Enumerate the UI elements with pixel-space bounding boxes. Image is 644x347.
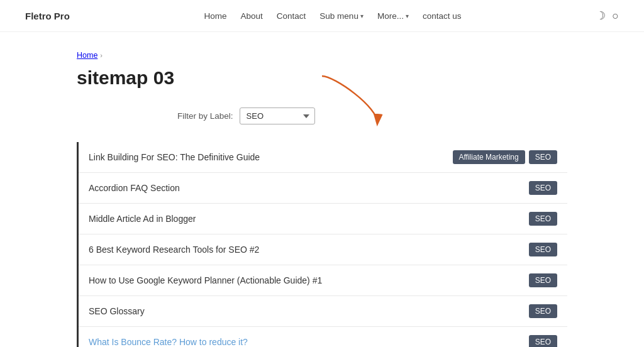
item-tags: SEO — [529, 335, 557, 347]
more-chevron-icon: ▾ — [406, 13, 409, 19]
tag-seo[interactable]: SEO — [529, 335, 557, 347]
main-content: Home › sitemap 03 Filter by Label: SEO A… — [52, 32, 592, 347]
nav-more[interactable]: More... ▾ — [377, 11, 409, 21]
tag-seo[interactable]: SEO — [529, 212, 557, 226]
header: Fletro Pro Home About Contact Sub menu ▾… — [0, 0, 644, 32]
tag-seo[interactable]: SEO — [529, 243, 557, 256]
item-title: How to Use Google Keyword Planner (Actio… — [89, 275, 322, 285]
sitemap-item: Accordion FAQ Section SEO — [79, 173, 567, 204]
nav-about[interactable]: About — [241, 11, 263, 21]
sitemap-item: What Is Bounce Rate? How to reduce it? S… — [79, 327, 567, 347]
breadcrumb-home[interactable]: Home — [77, 51, 97, 60]
item-title: Middle Article Ad in Blogger — [89, 214, 196, 224]
sitemap-item: How to Use Google Keyword Planner (Actio… — [79, 265, 567, 296]
sitemap-item: Middle Article Ad in Blogger SEO — [79, 204, 567, 234]
item-tags: SEO — [529, 304, 557, 318]
tag-seo[interactable]: SEO — [529, 150, 557, 164]
main-nav: Home About Contact Sub menu ▾ More... ▾ … — [204, 11, 462, 21]
nav-submenu[interactable]: Sub menu ▾ — [319, 11, 364, 21]
tag-affiliate-marketing[interactable]: Affiliate Marketing — [453, 150, 525, 164]
sitemap-item: 6 Best Keyword Research Tools for SEO #2… — [79, 234, 567, 265]
page-title: sitemap 03 — [77, 67, 567, 89]
nav-contact[interactable]: Contact — [277, 11, 306, 21]
breadcrumb-separator: › — [100, 52, 103, 59]
item-title: Accordion FAQ Section — [89, 183, 180, 193]
sitemap-item: Link Building For SEO: The Definitive Gu… — [79, 142, 567, 173]
tag-seo[interactable]: SEO — [529, 304, 557, 318]
moon-icon[interactable]: ☽ — [596, 9, 606, 23]
filter-row: Filter by Label: SEO All Affiliate Marke… — [177, 107, 567, 124]
item-title: 6 Best Keyword Research Tools for SEO #2 — [89, 245, 259, 255]
tag-seo[interactable]: SEO — [529, 273, 557, 287]
nav-home[interactable]: Home — [204, 11, 227, 21]
header-icons: ☽ ○ — [596, 9, 619, 23]
breadcrumb: Home › — [77, 51, 567, 60]
sitemap-item: SEO Glossary SEO — [79, 296, 567, 327]
item-tags: SEO — [529, 243, 557, 256]
item-title: SEO Glossary — [89, 306, 145, 316]
item-tags: Affiliate Marketing SEO — [453, 150, 558, 164]
submenu-chevron-icon: ▾ — [360, 13, 364, 19]
sitemap-list: Link Building For SEO: The Definitive Gu… — [77, 142, 567, 347]
filter-section: Filter by Label: SEO All Affiliate Marke… — [77, 107, 567, 124]
filter-label: Filter by Label: — [177, 111, 233, 121]
item-tags: SEO — [529, 273, 557, 287]
item-title: Link Building For SEO: The Definitive Gu… — [89, 152, 260, 162]
item-tags: SEO — [529, 212, 557, 226]
filter-select[interactable]: SEO All Affiliate Marketing — [240, 107, 315, 124]
search-icon[interactable]: ○ — [612, 9, 619, 23]
nav-contact-us[interactable]: contact us — [423, 11, 462, 21]
site-logo: Fletro Pro — [25, 11, 70, 21]
tag-seo[interactable]: SEO — [529, 181, 557, 195]
item-tags: SEO — [529, 181, 557, 195]
item-title[interactable]: What Is Bounce Rate? How to reduce it? — [89, 337, 248, 347]
